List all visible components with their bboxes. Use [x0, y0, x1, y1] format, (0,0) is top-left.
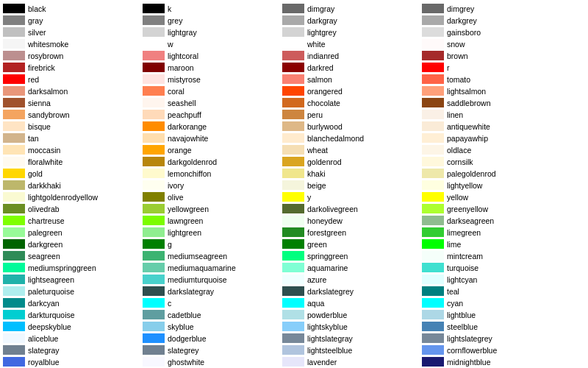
- color-label: cyan: [447, 299, 463, 308]
- color-row: mintcream: [422, 250, 562, 261]
- color-row: orange: [143, 144, 282, 155]
- color-label: indianred: [307, 52, 339, 60]
- color-row: palegoldenrod: [422, 168, 562, 179]
- color-label: lightseagreen: [28, 275, 74, 284]
- color-swatch: [3, 322, 25, 331]
- color-swatch: [422, 298, 444, 308]
- color-label: cornsilk: [447, 158, 473, 166]
- color-label: slategray: [28, 346, 60, 355]
- color-label: powderblue: [307, 311, 347, 319]
- color-swatch: [282, 192, 304, 202]
- color-swatch: [422, 39, 444, 49]
- color-label: chocolate: [307, 99, 340, 107]
- color-swatch: [422, 216, 444, 225]
- color-label: lightskyblue: [307, 322, 348, 331]
- color-row: oldlace: [422, 144, 562, 155]
- color-row: gainsboro: [422, 26, 562, 38]
- color-label: lawngreen: [168, 216, 203, 225]
- color-label: g: [168, 240, 172, 249]
- color-swatch: [143, 51, 165, 60]
- color-swatch: [143, 4, 165, 13]
- color-row: y: [282, 191, 422, 202]
- color-swatch: [282, 110, 304, 119]
- color-swatch: [143, 39, 165, 49]
- color-swatch: [3, 357, 25, 367]
- color-swatch: [282, 286, 304, 296]
- color-row: navajowhite: [143, 132, 282, 144]
- color-swatch: [282, 133, 304, 143]
- color-swatch: [3, 192, 25, 202]
- color-row: gold: [3, 168, 143, 179]
- color-label: skyblue: [168, 322, 194, 331]
- color-swatch: [143, 157, 165, 166]
- color-swatch: [3, 121, 25, 131]
- column-col3: dimgraydarkgraylightgreywhiteindianredda…: [282, 3, 422, 368]
- color-row: lightsteelblue: [282, 344, 422, 355]
- color-swatch: [3, 110, 25, 119]
- color-swatch: [3, 345, 25, 355]
- color-swatch: [422, 133, 444, 143]
- color-swatch: [3, 298, 25, 308]
- color-row: olive: [143, 191, 282, 202]
- color-label: moccasin: [28, 146, 60, 155]
- color-swatch: [282, 263, 304, 272]
- color-label: slategrey: [168, 346, 199, 355]
- color-label: firebrick: [28, 63, 55, 72]
- color-label: w: [168, 40, 173, 49]
- color-row: lightgoldenrodyellow: [3, 191, 143, 202]
- color-swatch: [422, 275, 444, 284]
- color-swatch: [422, 98, 444, 107]
- color-swatch: [143, 251, 165, 261]
- color-label: dimgray: [307, 4, 334, 13]
- color-swatch: [3, 27, 25, 37]
- color-row: w: [143, 38, 282, 49]
- color-label: lightslategray: [307, 334, 353, 343]
- color-row: mediumaquamarine: [143, 262, 282, 273]
- color-label: antiquewhite: [447, 122, 490, 131]
- color-label: beige: [307, 181, 326, 190]
- color-label: steelblue: [447, 322, 478, 331]
- color-label: r: [447, 63, 450, 72]
- color-row: slategrey: [143, 344, 282, 355]
- color-row: darksalmon: [3, 85, 143, 96]
- color-label: goldenrod: [307, 158, 342, 166]
- color-label: salmon: [307, 75, 332, 84]
- color-swatch: [282, 357, 304, 367]
- color-row: darkgray: [282, 15, 422, 26]
- color-row: cyan: [422, 297, 562, 308]
- color-row: peachpuff: [143, 109, 282, 120]
- color-swatch: [3, 286, 25, 296]
- color-row: tan: [3, 132, 143, 144]
- color-label: c: [168, 299, 171, 308]
- color-swatch: [143, 121, 165, 131]
- color-label: gainsboro: [447, 28, 481, 37]
- color-label: aquamarine: [307, 263, 348, 272]
- color-label: k: [168, 4, 171, 13]
- color-label: dimgrey: [447, 4, 474, 13]
- color-swatch: [282, 63, 304, 72]
- color-swatch: [3, 251, 25, 261]
- color-swatch: [143, 275, 165, 284]
- color-swatch: [143, 298, 165, 308]
- color-row: c: [143, 297, 282, 308]
- color-swatch: [3, 63, 25, 72]
- color-row: goldenrod: [282, 156, 422, 167]
- color-row: lightblue: [422, 309, 562, 320]
- color-row: dimgray: [282, 3, 422, 14]
- color-row: rosybrown: [3, 50, 143, 61]
- color-swatch: [422, 263, 444, 272]
- color-row: cornflowerblue: [422, 344, 562, 355]
- color-row: darkolivegreen: [282, 203, 422, 214]
- color-swatch: [422, 333, 444, 343]
- color-label: yellow: [447, 193, 468, 202]
- color-row: seagreen: [3, 250, 143, 261]
- color-row: mediumseagreen: [143, 250, 282, 261]
- color-row: lime: [422, 238, 562, 250]
- color-label: whitesmoke: [28, 40, 68, 49]
- color-swatch: [422, 74, 444, 84]
- color-swatch: [282, 74, 304, 84]
- color-row: linen: [422, 109, 562, 120]
- color-swatch: [3, 4, 25, 13]
- color-row: yellowgreen: [143, 203, 282, 214]
- color-row: springgreen: [282, 250, 422, 261]
